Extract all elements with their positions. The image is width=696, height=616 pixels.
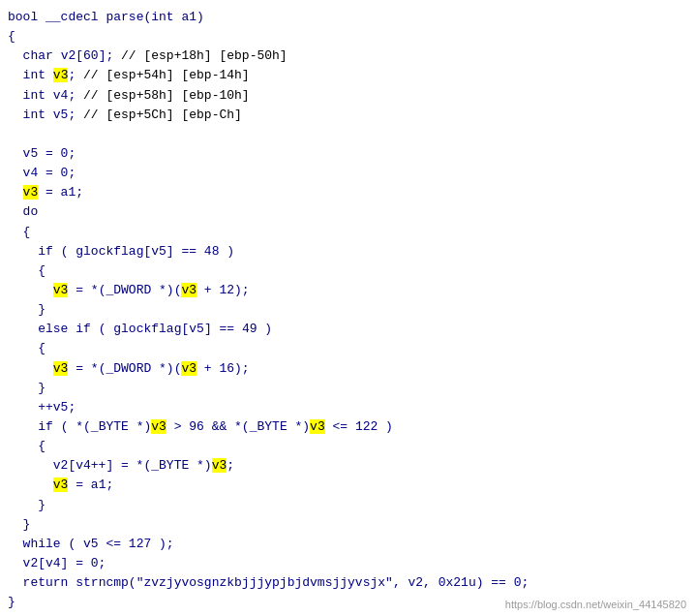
code-line-4: int v3; // [esp+54h] [ebp-14h] <box>0 66 696 85</box>
code-line-27: } <box>0 515 696 535</box>
code-line-17: else if ( glockflag[v5] == 49 ) <box>0 320 696 339</box>
code-line-3: char v2[60]; // [esp+18h] [ebp-50h] <box>0 46 696 66</box>
code-line-11: do <box>0 202 696 222</box>
code-line-23: { <box>0 437 696 456</box>
code-line-19: v3 = *(_DWORD *)(v3 + 16); <box>0 359 696 379</box>
code-line-7 <box>0 125 696 144</box>
watermark: https://blog.csdn.net/weixin_44145820 <box>505 599 686 610</box>
code-line-6: int v5; // [esp+5Ch] [ebp-Ch] <box>0 106 696 125</box>
code-line-12: { <box>0 223 696 242</box>
code-line-5: int v4; // [esp+58h] [ebp-10h] <box>0 86 696 106</box>
code-line-13: if ( glockflag[v5] == 48 ) <box>0 242 696 262</box>
code-line-15: v3 = *(_DWORD *)(v3 + 12); <box>0 281 696 300</box>
code-line-10: v3 = a1; <box>0 183 696 202</box>
code-line-16: } <box>0 300 696 320</box>
code-line-26: } <box>0 496 696 515</box>
code-line-28: while ( v5 <= 127 ); <box>0 535 696 554</box>
code-line-9: v4 = 0; <box>0 164 696 183</box>
code-viewer: bool __cdecl parse(int a1) { char v2[60]… <box>0 0 696 616</box>
code-line-18: { <box>0 339 696 358</box>
code-line-24: v2[v4++] = *(_BYTE *)v3; <box>0 456 696 476</box>
code-line-8: v5 = 0; <box>0 144 696 164</box>
code-line-22: if ( *(_BYTE *)v3 > 96 && *(_BYTE *)v3 <… <box>0 417 696 437</box>
code-line-2: { <box>0 27 696 46</box>
code-line-20: } <box>0 379 696 398</box>
code-line-1: bool __cdecl parse(int a1) <box>0 8 696 27</box>
code-line-25: v3 = a1; <box>0 476 696 495</box>
code-line-29: v2[v4] = 0; <box>0 554 696 573</box>
code-line-30: return strncmp("zvzjyvosgnzkbjjjypjbjdvm… <box>0 573 696 593</box>
code-line-21: ++v5; <box>0 398 696 417</box>
code-line-14: { <box>0 262 696 281</box>
